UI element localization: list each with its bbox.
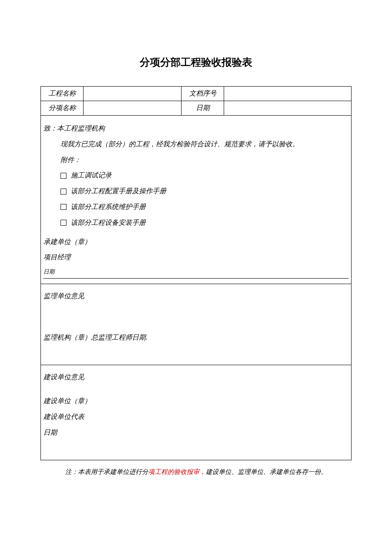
checkbox-icon[interactable] bbox=[61, 204, 66, 210]
checkbox-item-4: 该部分工程设备安装手册 bbox=[43, 215, 349, 231]
construction-date-line: 日期 bbox=[43, 425, 349, 441]
construction-section: 建设单位意见 建设单位（章） 建设单位代表 日期 bbox=[41, 365, 352, 460]
footer-prefix: 注：本表用于承建单位进行分 bbox=[65, 468, 148, 475]
intro-line: 现我方已完成（部分）的工程，经我方检验符合设计、规范要求，请予以验收。 bbox=[43, 137, 349, 152]
project-manager-line: 项目经理 bbox=[43, 250, 349, 265]
attachments-label: 附件： bbox=[43, 152, 349, 168]
body-section: 致：本工程监理机构 现我方已完成（部分）的工程，经我方检验符合设计、规范要求，请… bbox=[41, 116, 352, 284]
supervision-signature-line: 监理机构（章）总监理工程师日期. bbox=[43, 330, 349, 346]
supervision-opinion-label: 监理单位意见 bbox=[43, 288, 349, 304]
checkbox-label: 该部分工程配置手册及操作手册 bbox=[71, 183, 166, 199]
checkbox-icon[interactable] bbox=[61, 173, 66, 179]
construction-unit-line: 承建单位（章） bbox=[43, 234, 349, 250]
header-row-1: 工程名称 文档序号 bbox=[41, 87, 352, 101]
checkbox-item-3: 该部分工程系统维护手册 bbox=[43, 199, 349, 215]
checkbox-icon[interactable] bbox=[61, 189, 66, 195]
doc-no-input[interactable] bbox=[224, 87, 352, 101]
checkbox-label: 施工调试记录 bbox=[71, 168, 112, 183]
construction-rep-line: 建设单位代表 bbox=[43, 409, 349, 425]
form-table: 工程名称 文档序号 分项名称 日期 致：本工程监理机构 现我方已完成（部分）的工… bbox=[40, 86, 352, 460]
footer-red-text: 项工程的验收报审， bbox=[148, 468, 206, 475]
project-name-label: 工程名称 bbox=[41, 87, 84, 101]
doc-no-label: 文档序号 bbox=[182, 87, 224, 101]
footer-suffix: 建设单位、监理单位、承建单位各存一份。 bbox=[206, 468, 327, 475]
construction-opinion-label: 建设单位意见 bbox=[43, 369, 349, 385]
checkbox-label: 该部分工程设备安装手册 bbox=[71, 215, 146, 231]
checkbox-item-2: 该部分工程配置手册及操作手册 bbox=[43, 183, 349, 199]
subitem-input[interactable] bbox=[84, 101, 182, 116]
addressee-line: 致：本工程监理机构 bbox=[43, 121, 349, 137]
footer-note: 注：本表用于承建单位进行分项工程的验收报审，建设单位、监理单位、承建单位各存一份… bbox=[40, 468, 352, 476]
date-label: 日期 bbox=[182, 101, 224, 116]
checkbox-icon[interactable] bbox=[61, 220, 66, 226]
subitem-label: 分项名称 bbox=[41, 101, 84, 116]
document-title: 分项分部工程验收报验表 bbox=[40, 55, 352, 69]
checkbox-item-1: 施工调试记录 bbox=[43, 168, 349, 183]
supervision-section: 监理单位意见 监理机构（章）总监理工程师日期. bbox=[41, 284, 352, 365]
project-name-input[interactable] bbox=[84, 87, 182, 101]
date-input[interactable] bbox=[224, 101, 352, 116]
construction-unit-line: 建设单位（章） bbox=[43, 393, 349, 409]
header-row-2: 分项名称 日期 bbox=[41, 101, 352, 116]
body-date-line: 日期 bbox=[43, 265, 349, 279]
checkbox-label: 该部分工程系统维护手册 bbox=[71, 199, 146, 215]
